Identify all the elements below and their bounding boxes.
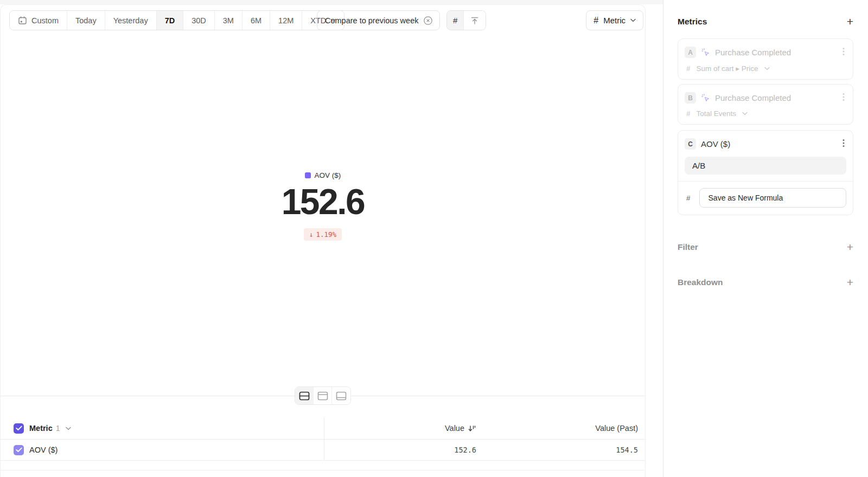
measure-label: Sum of cart ▸ Price [697, 64, 758, 73]
value-past-header-label[interactable]: Value (Past) [595, 424, 638, 433]
range-label: 7D [165, 16, 175, 25]
goal-mode-button[interactable] [464, 11, 486, 30]
breakdown-section-header: Breakdown + [678, 278, 853, 287]
measure-selector[interactable]: # Sum of cart ▸ Price [685, 64, 846, 73]
number-mode-button[interactable]: # [447, 11, 464, 30]
metric-options-icon[interactable] [841, 92, 846, 104]
delta-value: 1.19% [316, 230, 336, 238]
add-filter-button[interactable]: + [847, 242, 853, 252]
range-today[interactable]: Today [67, 11, 105, 30]
chevron-down-icon[interactable] [66, 427, 71, 430]
metric-card-a: A Purchase Completed # Sum of cart ▸ Pri… [678, 38, 853, 80]
row-metric-cell: AOV ($) [1, 440, 324, 460]
row-metric-label: AOV ($) [29, 446, 58, 454]
metric-event-name[interactable]: Purchase Completed [715, 93, 836, 102]
range-12m[interactable]: 12M [270, 11, 302, 30]
hash-icon: # [686, 109, 691, 118]
sort-descending-icon[interactable] [468, 424, 476, 433]
formula-save-row: # Save as New Formula [685, 188, 846, 208]
metric-header-cell: Metric 1 [1, 417, 324, 439]
range-label: Today [75, 16, 97, 25]
row-checkbox[interactable] [14, 445, 24, 455]
metric-button-label: Metric [603, 16, 626, 25]
canvas-top-strip [0, 0, 663, 4]
query-builder-panel: Metrics + A Purchase Completed # [663, 0, 868, 477]
range-7d[interactable]: 7D [157, 11, 184, 30]
legend-swatch [305, 172, 311, 178]
big-number-section: AOV ($) 152.6 ↓ 1.19% [1, 171, 645, 241]
table-row: AOV ($) 152.6 154.5 [1, 440, 645, 461]
metric-dropdown-button[interactable]: # Metric [586, 10, 643, 30]
select-all-checkbox[interactable] [14, 423, 24, 434]
filter-section-header: Filter + [678, 242, 853, 252]
event-cursor-icon [701, 93, 710, 102]
range-label: Custom [31, 16, 59, 25]
formula-metric-name[interactable]: AOV ($) [701, 139, 836, 149]
range-3m[interactable]: 3M [215, 11, 242, 30]
add-breakdown-button[interactable]: + [847, 278, 853, 287]
report-card: Custom Today Yesterday 7D 30D 3M 6M 12M … [0, 4, 646, 477]
panel-layout-toggle [295, 386, 351, 405]
delta-arrow-icon: ↓ [309, 230, 314, 238]
metric-card-c: C AOV ($) A/B # Save as New Formula [678, 130, 853, 215]
row-value-cell: 152.6 [324, 440, 476, 460]
report-page: Custom Today Yesterday 7D 30D 3M 6M 12M … [0, 0, 868, 477]
range-label: 12M [278, 16, 293, 25]
range-label: 6M [251, 16, 261, 25]
hash-icon: # [686, 65, 691, 73]
add-metric-button[interactable]: + [847, 17, 853, 27]
metric-count: 1 [56, 424, 60, 433]
metric-value: 152.6 [282, 184, 365, 220]
table-bottom-edge [1, 461, 645, 470]
metrics-title: Metrics [678, 17, 707, 27]
report-canvas: Custom Today Yesterday 7D 30D 3M 6M 12M … [0, 0, 663, 477]
range-yesterday[interactable]: Yesterday [105, 11, 157, 30]
metric-header-label[interactable]: Metric [29, 424, 53, 433]
metric-letter-badge: C [685, 138, 696, 150]
row-value-past-cell: 154.5 [476, 440, 645, 460]
breakdown-title: Breakdown [678, 278, 723, 287]
metric-letter-badge: A [685, 47, 696, 58]
row-value: 152.6 [454, 446, 476, 454]
range-6m[interactable]: 6M [242, 11, 270, 30]
chevron-down-icon [630, 18, 636, 22]
formula-input[interactable]: A/B [685, 157, 846, 175]
metric-card-b: B Purchase Completed # Total Events [678, 84, 853, 125]
arrow-up-to-line-icon [470, 16, 480, 25]
value-header-label[interactable]: Value [445, 424, 464, 433]
layout-top-icon [317, 391, 328, 401]
layout-bottom-button[interactable] [332, 387, 350, 404]
compare-chip[interactable]: Compare to previous week [317, 10, 440, 30]
metric-letter-badge: B [685, 92, 696, 104]
delta-badge: ↓ 1.19% [304, 228, 342, 241]
range-custom[interactable]: Custom [10, 11, 67, 30]
measure-selector[interactable]: # Total Events [685, 109, 846, 118]
chevron-down-icon [742, 112, 748, 115]
metric-card-title-row: C AOV ($) [685, 138, 846, 150]
layout-bottom-icon [336, 391, 347, 401]
table-header-row: Metric 1 Value [1, 417, 645, 440]
filter-title: Filter [678, 242, 698, 252]
event-cursor-icon [701, 48, 710, 57]
row-value-past: 154.5 [616, 446, 638, 454]
metric-legend: AOV ($) [305, 171, 341, 179]
metric-options-icon[interactable] [841, 46, 846, 59]
value-display-toggle: # [446, 10, 486, 30]
date-range-control: Custom Today Yesterday 7D 30D 3M 6M 12M … [9, 10, 344, 30]
metric-options-icon[interactable] [841, 138, 846, 150]
hash-icon: # [686, 194, 691, 202]
save-as-new-formula-button[interactable]: Save as New Formula [699, 188, 846, 208]
layout-split-button[interactable] [295, 387, 314, 404]
layout-split-icon [299, 391, 310, 401]
remove-compare-icon[interactable] [423, 16, 433, 25]
metrics-section-header: Metrics + [678, 17, 853, 27]
layout-top-button[interactable] [314, 387, 332, 404]
metric-event-name[interactable]: Purchase Completed [715, 48, 836, 57]
value-header-cell[interactable]: Value [324, 417, 476, 439]
value-past-header-cell[interactable]: Value (Past) [476, 417, 645, 439]
metric-card-title-row: A Purchase Completed [685, 46, 846, 59]
range-label: Yesterday [113, 16, 148, 25]
range-30d[interactable]: 30D [183, 11, 215, 30]
measure-label: Total Events [697, 109, 737, 118]
hash-icon: # [593, 16, 598, 25]
